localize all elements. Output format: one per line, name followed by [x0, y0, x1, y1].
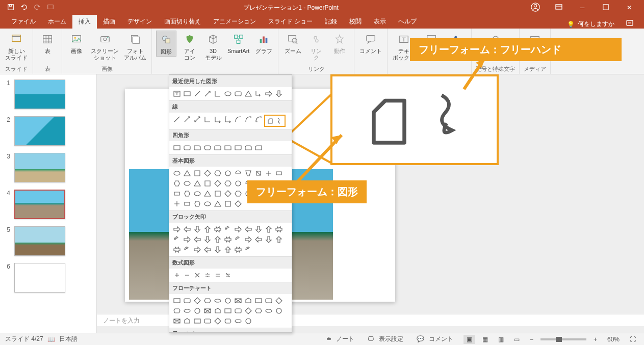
notes-toggle[interactable]: ≐ ノート — [323, 334, 360, 344]
start-from-beginning-icon[interactable] — [47, 4, 54, 12]
shape-generic[interactable] — [213, 235, 222, 244]
sorter-view-icon[interactable]: ▦ — [479, 335, 491, 344]
shape-generic[interactable] — [264, 225, 273, 234]
tab-draw[interactable]: 描画 — [97, 15, 121, 29]
shape-generic[interactable] — [193, 306, 202, 315]
shape-generic[interactable] — [203, 189, 212, 198]
shape-generic[interactable] — [244, 306, 253, 315]
shape-generic[interactable] — [223, 199, 233, 208]
shape-generic[interactable] — [254, 296, 263, 305]
shape-generic[interactable] — [254, 306, 263, 315]
minimize-button[interactable]: ─ — [576, 4, 589, 11]
screenshot-button[interactable]: スクリーン ショット — [90, 31, 120, 62]
shape-generic[interactable] — [183, 296, 192, 305]
shape-generic[interactable] — [193, 225, 202, 234]
shape-generic[interactable] — [203, 235, 212, 244]
tab-transitions[interactable]: 画面切り替え — [158, 15, 207, 29]
shape-generic[interactable] — [193, 245, 202, 254]
shape-generic[interactable] — [203, 306, 212, 315]
shape-generic[interactable] — [213, 225, 222, 234]
redo-icon[interactable] — [34, 4, 41, 12]
shape-generic[interactable] — [264, 235, 273, 244]
tab-recording[interactable]: 記録 — [319, 15, 343, 29]
shape-elbow-arrow[interactable] — [254, 89, 263, 98]
normal-view-icon[interactable]: ▣ — [463, 335, 475, 344]
shape-generic[interactable] — [172, 179, 182, 188]
shape-generic[interactable] — [223, 296, 233, 305]
tell-me-search[interactable]: 💡 何をしますか — [561, 20, 621, 29]
action-button[interactable]: 動作 — [329, 31, 350, 56]
shape-roundrect[interactable] — [234, 89, 243, 98]
shape-generic[interactable] — [172, 296, 182, 305]
shape-generic[interactable] — [183, 199, 192, 208]
shape-generic[interactable] — [193, 296, 202, 305]
tab-help[interactable]: ヘルプ — [392, 15, 423, 29]
3d-models-button[interactable]: 3D モデル — [203, 31, 223, 62]
zoom-in[interactable]: + — [590, 335, 600, 344]
shape-generic[interactable] — [213, 179, 222, 188]
shape-generic[interactable] — [213, 316, 222, 326]
shape-generic[interactable] — [234, 225, 243, 234]
language-indicator[interactable]: 日本語 — [59, 335, 78, 343]
shape-generic[interactable] — [274, 296, 284, 305]
shape-generic[interactable] — [254, 235, 263, 244]
shape-textbox[interactable] — [172, 89, 182, 98]
shape-generic[interactable] — [274, 225, 284, 234]
tab-animations[interactable]: アニメーション — [207, 15, 262, 29]
new-slide-button[interactable]: 新しい スライド — [4, 31, 29, 62]
shape-generic[interactable] — [193, 235, 202, 244]
shape-generic[interactable] — [172, 316, 182, 326]
maximize-button[interactable] — [599, 4, 612, 12]
line-4[interactable] — [203, 115, 212, 124]
thumbnail-4[interactable] — [14, 190, 65, 219]
shape-triangle[interactable] — [244, 89, 253, 98]
shape-line[interactable] — [193, 89, 202, 98]
shape-generic[interactable] — [213, 245, 222, 254]
shape-generic[interactable] — [234, 199, 243, 208]
shape-generic[interactable] — [244, 225, 253, 234]
tab-design[interactable]: デザイン — [121, 15, 158, 29]
chart-button[interactable]: グラフ — [253, 31, 274, 56]
link-button[interactable]: リン ク — [306, 31, 326, 62]
shape-generic[interactable] — [264, 296, 273, 305]
line-3[interactable] — [193, 115, 202, 124]
line-2[interactable] — [183, 115, 192, 124]
shape-generic[interactable] — [234, 316, 243, 326]
close-button[interactable]: ✕ — [623, 4, 636, 11]
tab-home[interactable]: ホーム — [42, 15, 72, 29]
shape-generic[interactable] — [254, 225, 263, 234]
shape-generic[interactable] — [213, 199, 222, 208]
thumbnail-5[interactable] — [14, 226, 65, 256]
shape-generic[interactable] — [274, 235, 284, 244]
shape-generic[interactable] — [264, 169, 273, 178]
shape-generic[interactable] — [193, 179, 202, 188]
shape-generic[interactable] — [203, 225, 212, 234]
shape-generic[interactable] — [234, 189, 243, 198]
shape-generic[interactable] — [172, 306, 182, 315]
comments-toggle[interactable]: 💬 コメント — [414, 334, 459, 344]
shape-generic[interactable] — [203, 169, 212, 178]
thumbnail-6[interactable] — [14, 263, 65, 293]
shape-scribble[interactable] — [275, 116, 284, 125]
shape-generic[interactable] — [223, 306, 233, 315]
icons-button[interactable]: アイ コン — [179, 31, 200, 62]
shape-generic[interactable] — [203, 199, 212, 208]
shape-elbow[interactable] — [213, 89, 222, 98]
photo-album-button[interactable]: フォト アルバム — [123, 31, 147, 62]
zoom-button[interactable]: ズーム — [282, 31, 303, 56]
shape-right-arrow[interactable] — [264, 89, 273, 98]
shape-generic[interactable] — [223, 225, 233, 234]
spellcheck-icon[interactable]: 📖 — [47, 336, 55, 343]
shape-generic[interactable] — [172, 189, 182, 198]
thumbnail-2[interactable] — [14, 116, 65, 146]
shape-generic[interactable] — [183, 179, 192, 188]
shape-generic[interactable] — [244, 316, 253, 326]
line-7[interactable] — [234, 115, 243, 124]
shape-freeform[interactable] — [266, 116, 275, 125]
shape-generic[interactable] — [183, 245, 192, 254]
fit-to-window[interactable]: ⛶ — [627, 335, 639, 344]
shape-generic[interactable] — [234, 235, 243, 244]
shape-generic[interactable] — [183, 316, 192, 326]
shape-generic[interactable] — [244, 296, 253, 305]
tab-slideshow[interactable]: スライド ショー — [262, 15, 319, 29]
